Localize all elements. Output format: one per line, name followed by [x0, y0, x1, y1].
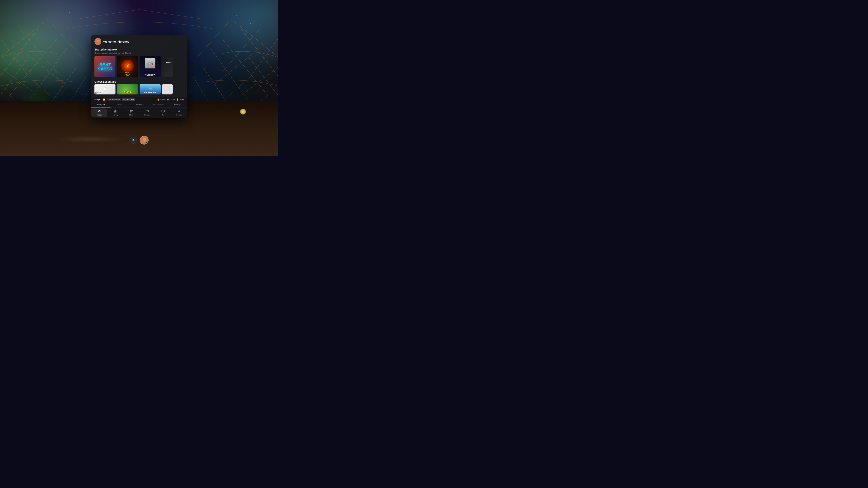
battery-left-value: 100%	[160, 98, 165, 100]
svg-line-23	[241, 67, 278, 96]
quest-essentials-section: Quest Essentials ✦ SUPERHOTVR Moss	[94, 80, 184, 94]
floor-lamp	[241, 109, 245, 128]
status-bar: 9:25pm 📶 ⬡ Roomscale ◎ Stationary 🖐 100%…	[91, 97, 187, 102]
demo-games-grid: Demo BEATSABER Demo ⚡ JOURNEYOF THEGODS	[94, 56, 184, 77]
main-ui-panel: Welcome, Florence Start playing now Demo…	[91, 35, 187, 118]
start-playing-title: Start playing now	[94, 48, 184, 51]
online-status-indicator	[146, 142, 148, 144]
game-card-unknown[interactable]	[162, 84, 173, 94]
welcome-text: Welcome, Florence	[103, 40, 129, 43]
game-card-moss[interactable]: Moss	[117, 84, 138, 94]
nav-home-label: Home	[97, 114, 102, 116]
nav-tv[interactable]: TV	[155, 109, 171, 117]
stationary-label: Stationary	[125, 98, 134, 100]
svg-line-29	[222, 29, 260, 73]
battery-device-value: 100%	[179, 98, 184, 100]
roomscale-icon: ⬡	[108, 98, 110, 100]
nav-browser-label: Browser	[144, 114, 150, 116]
svg-line-17	[231, 19, 278, 57]
svg-line-14	[19, 29, 57, 73]
svg-line-13	[0, 38, 29, 77]
game-card-beat-saber[interactable]: Demo BEATSABER	[94, 56, 116, 77]
svg-line-20	[249, 57, 278, 96]
wander-title: WANDER	[140, 91, 161, 93]
game-card-superhot[interactable]: ✦ SUPERHOTVR	[94, 84, 116, 94]
home-icon	[98, 110, 101, 113]
svg-line-25	[203, 29, 241, 67]
battery-left-icon: 🖐	[157, 98, 159, 100]
nav-search[interactable]: Search	[171, 109, 187, 117]
user-avatar-button[interactable]	[140, 136, 149, 145]
nav-library[interactable]: Library	[107, 109, 123, 117]
battery-device-icon: 🔋	[177, 98, 179, 100]
library-icon	[114, 110, 117, 113]
battery-group: 🖐 100% 🖐 100% 🔋 100%	[157, 98, 184, 100]
tv-icon	[161, 110, 165, 113]
browser-icon	[146, 110, 149, 113]
svg-line-30	[197, 19, 231, 57]
svg-line-24	[212, 48, 260, 86]
tab-notifications[interactable]: Notifications	[149, 102, 168, 108]
roomscale-label: Roomscale	[110, 98, 120, 100]
stationary-icon: ◎	[123, 98, 125, 100]
battery-right-icon: 🖐	[167, 98, 169, 100]
battery-left: 🖐 100%	[157, 98, 165, 100]
svg-line-15	[48, 19, 82, 57]
game-card-journey[interactable]: Demo ⚡ JOURNEYOF THEGODS	[117, 56, 138, 77]
nav-library-label: Library	[113, 114, 118, 116]
avatar[interactable]	[94, 38, 101, 45]
roomscale-btn[interactable]: ⬡ Roomscale	[107, 98, 121, 101]
add-friend-button[interactable]	[130, 137, 137, 144]
moss-title: Moss	[117, 90, 138, 93]
svg-line-31	[76, 9, 139, 19]
header: Welcome, Florence	[94, 38, 184, 45]
essentials-grid: ✦ SUPERHOTVR Moss ☁ WANDER	[94, 84, 184, 94]
nav-store-label: Store	[129, 114, 133, 116]
nav-tv-label: TV	[162, 114, 164, 116]
game-card-rise[interactable]: Demo RISE T...	[162, 56, 173, 77]
svg-point-38	[143, 138, 146, 141]
search-icon	[177, 110, 181, 113]
game-card-space-pirate[interactable]: Demo 🤖 SPACE PIRATETRAINER	[140, 56, 161, 77]
nav-tabs: Home Library Store Browser TV	[91, 108, 187, 118]
game-card-wander[interactable]: ☁ WANDER	[140, 84, 161, 94]
store-icon	[129, 110, 133, 113]
tab-people[interactable]: People	[111, 102, 130, 108]
status-time: 9:25pm	[94, 98, 101, 100]
tab-navigate[interactable]: Navigate	[91, 102, 111, 108]
tracking-mode: ⬡ Roomscale ◎ Stationary	[107, 98, 135, 101]
nav-home[interactable]: Home	[91, 109, 107, 117]
svg-point-34	[97, 39, 99, 42]
nav-search-label: Search	[176, 114, 182, 116]
nav-browser[interactable]: Browser	[139, 109, 155, 117]
svg-line-28	[250, 38, 278, 77]
quest-essentials-title: Quest Essentials	[94, 80, 184, 83]
start-playing-section: Start playing now Demos already installe…	[94, 48, 184, 77]
stationary-btn[interactable]: ◎ Stationary	[122, 98, 135, 101]
content-area: Welcome, Florence Start playing now Demo…	[91, 35, 187, 94]
svg-line-18	[222, 38, 268, 96]
svg-line-32	[139, 9, 203, 19]
start-playing-subtitle: Demos already installed on your Quest	[94, 52, 184, 54]
nav-store[interactable]: Store	[123, 109, 139, 117]
battery-device: 🔋 100%	[177, 98, 184, 100]
floor-rug	[56, 136, 125, 142]
tab-settings[interactable]: Settings	[168, 102, 187, 108]
battery-right: 🖐 100%	[167, 98, 175, 100]
wifi-icon: 📶	[103, 98, 105, 100]
tab-sharing[interactable]: Sharing	[130, 102, 149, 108]
battery-right-value: 100%	[170, 98, 175, 100]
tab-bar: Navigate People Sharing Notifications Se…	[91, 102, 187, 108]
bottom-controls	[130, 136, 149, 145]
